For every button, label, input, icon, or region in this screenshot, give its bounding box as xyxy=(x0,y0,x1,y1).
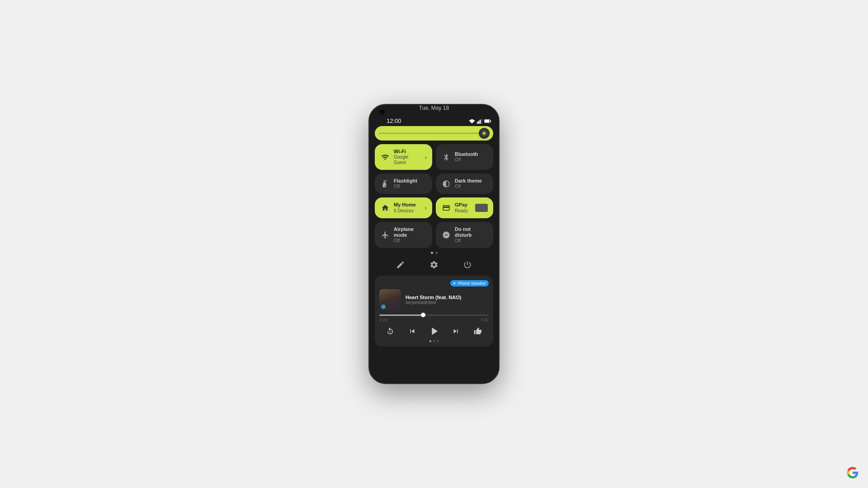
replay-button[interactable] xyxy=(384,325,396,338)
tile-airplane[interactable]: Airplane mode Off xyxy=(375,222,432,248)
svg-rect-3 xyxy=(481,118,482,123)
power-icon xyxy=(463,260,472,269)
darktheme-tile-text: Dark theme Off xyxy=(455,178,488,189)
music-dot xyxy=(381,305,386,309)
media-player: Phone Speaker Heart Storm (feat. NAO) se… xyxy=(375,276,493,347)
bluetooth-tile-label: Bluetooth xyxy=(455,151,488,157)
settings-button[interactable] xyxy=(427,258,441,272)
status-icons xyxy=(469,118,491,124)
darktheme-tile-icon xyxy=(441,179,451,189)
power-button[interactable] xyxy=(460,258,475,272)
previous-button[interactable] xyxy=(406,325,419,338)
airplane-tile-text: Airplane mode Off xyxy=(394,226,427,244)
speaker-badge-label: Phone Speaker xyxy=(458,281,486,286)
flashlight-tile-icon xyxy=(380,179,390,189)
pagination-dot-1 xyxy=(431,252,433,254)
tile-gpay[interactable]: GPay Ready xyxy=(436,197,493,218)
wifi-status-icon xyxy=(469,118,475,124)
media-artist: serpentwithfeet xyxy=(406,300,489,305)
brightness-track xyxy=(378,132,490,134)
donotdisturb-tile-icon xyxy=(441,230,451,240)
svg-rect-6 xyxy=(490,120,491,122)
bluetooth-tile-icon xyxy=(441,152,451,162)
wifi-icon xyxy=(381,153,389,161)
tiles-grid: Wi-Fi Google Guest › Bluetooth Off xyxy=(375,144,493,248)
darktheme-tile-label: Dark theme xyxy=(455,178,488,184)
svg-rect-5 xyxy=(485,120,490,122)
phone-frame: Tue, May 18 12:00 xyxy=(368,104,500,384)
signal-icon xyxy=(477,118,482,124)
tile-darktheme[interactable]: Dark theme Off xyxy=(436,174,493,194)
media-title: Heart Storm (feat. NAO) xyxy=(406,295,489,300)
status-time: 12:00 xyxy=(387,117,401,124)
progress-bar[interactable] xyxy=(379,314,489,316)
flashlight-icon xyxy=(381,180,389,188)
gpay-tile-text: GPay Ready xyxy=(455,202,472,213)
edit-button[interactable] xyxy=(393,258,408,272)
flashlight-tile-label: Flashlight xyxy=(394,178,427,184)
gpay-tile-icon xyxy=(441,203,451,213)
time-elapsed: 2:20 xyxy=(379,318,387,322)
media-controls xyxy=(379,325,489,338)
brightness-slider[interactable] xyxy=(375,126,493,141)
phone-screen: Tue, May 18 12:00 xyxy=(369,105,499,383)
tile-bluetooth[interactable]: Bluetooth Off xyxy=(436,144,493,170)
wifi-tile-label: Wi-Fi xyxy=(394,149,421,155)
thumbsup-icon xyxy=(474,327,482,335)
myhome-tile-sub: 6 Devices xyxy=(394,208,421,214)
darktheme-tile-sub: Off xyxy=(455,184,488,189)
progress-fill xyxy=(379,314,423,316)
svg-rect-1 xyxy=(478,121,479,124)
wifi-tile-arrow: › xyxy=(425,154,427,161)
settings-icon xyxy=(429,260,439,269)
battery-icon xyxy=(484,118,491,124)
pagination-dots xyxy=(375,248,493,256)
progress-times: 2:20 3:32 xyxy=(379,318,489,322)
tile-wifi[interactable]: Wi-Fi Google Guest › xyxy=(375,144,432,170)
brightness-icon xyxy=(481,130,487,136)
flashlight-tile-text: Flashlight Off xyxy=(394,178,427,189)
donotdisturb-tile-sub: Off xyxy=(455,238,488,244)
google-logo xyxy=(846,466,859,479)
tile-myhome[interactable]: My Home 6 Devices › xyxy=(375,197,432,218)
svg-rect-0 xyxy=(477,122,478,124)
myhome-tile-arrow: › xyxy=(425,204,427,211)
bottom-actions xyxy=(375,256,493,276)
gpay-tile-label: GPay xyxy=(455,202,472,208)
next-button[interactable] xyxy=(449,325,462,338)
tile-donotdisturb[interactable]: Do not disturb Off xyxy=(436,222,493,248)
media-text: Heart Storm (feat. NAO) serpentwithfeet xyxy=(406,295,489,305)
media-dot-3 xyxy=(437,340,439,342)
darktheme-icon xyxy=(442,180,450,188)
next-icon xyxy=(452,327,460,335)
wifi-tile-icon xyxy=(380,152,390,162)
quick-settings-content: Wi-Fi Google Guest › Bluetooth Off xyxy=(369,126,499,276)
bluetooth-tile-sub: Off xyxy=(455,157,488,163)
flashlight-tile-sub: Off xyxy=(394,184,427,189)
wifi-tile-text: Wi-Fi Google Guest xyxy=(394,149,421,165)
replay-icon xyxy=(386,327,394,335)
svg-rect-2 xyxy=(480,120,481,124)
speaker-badge-icon xyxy=(453,282,457,285)
previous-icon xyxy=(408,327,416,335)
media-dot-1 xyxy=(429,340,431,342)
tile-flashlight[interactable]: Flashlight Off xyxy=(375,174,432,194)
brightness-thumb xyxy=(479,128,490,139)
date-text: Tue, May 18 xyxy=(419,105,449,111)
home-icon xyxy=(381,204,389,212)
favorite-button[interactable] xyxy=(472,325,484,338)
gpay-tile-sub: Ready xyxy=(455,208,472,214)
myhome-tile-text: My Home 6 Devices xyxy=(394,202,421,213)
camera-hole xyxy=(379,109,385,115)
gpay-card-visual xyxy=(475,204,488,212)
bluetooth-icon xyxy=(442,153,450,161)
airplane-tile-icon xyxy=(380,230,390,240)
time-total: 3:32 xyxy=(481,318,489,322)
play-button[interactable] xyxy=(428,325,440,338)
progress-thumb xyxy=(421,313,425,317)
pagination-dot-2 xyxy=(435,252,438,254)
edit-icon xyxy=(396,260,405,269)
donotdisturb-tile-label: Do not disturb xyxy=(455,226,488,238)
myhome-tile-label: My Home xyxy=(394,202,421,208)
media-header: Phone Speaker xyxy=(379,280,489,286)
